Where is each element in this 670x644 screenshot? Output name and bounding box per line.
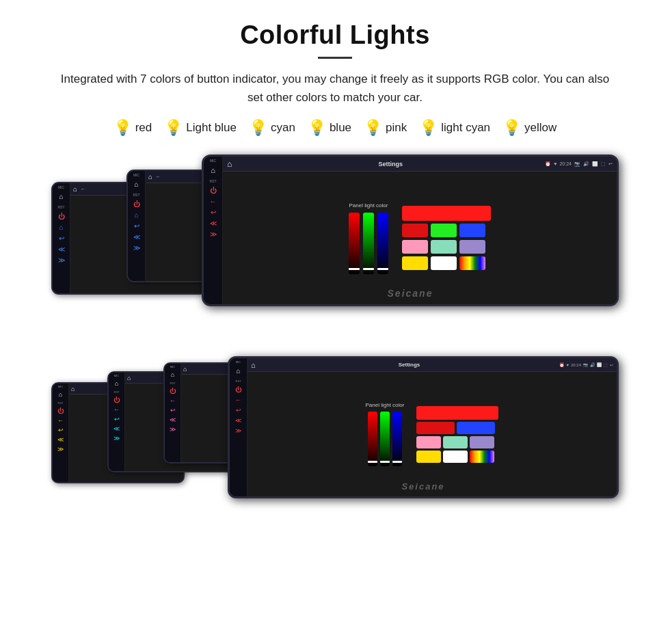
lightblue-bulb-icon: 💡	[164, 120, 183, 135]
top-device-settings-title: Settings	[236, 161, 545, 167]
cyan-bulb-icon: 💡	[249, 120, 267, 135]
color-label-red: red	[135, 121, 152, 135]
page-container: Colorful Lights Integrated with 7 colors…	[0, 0, 670, 544]
color-label-pink: pink	[386, 121, 407, 135]
panel-light-label-2: Panel light color	[366, 402, 405, 408]
color-label-yellow: yellow	[524, 121, 557, 135]
devices-section: MIC ⌂ RST ⏻ ⌂ ↩ ≪ ≫ ⌂ ←	[27, 155, 643, 517]
panel-light-label: Panel light color	[349, 202, 388, 209]
color-list: 💡 red 💡 Light blue 💡 cyan 💡 blue 💡 pink …	[27, 120, 643, 135]
bottom-device-4: MIC ⌂ RST ⏻ ← ↩ ≪ ≫ ⌂ Settings	[228, 356, 619, 498]
yellow-bulb-icon: 💡	[502, 120, 521, 135]
title-section: Colorful Lights Integrated with 7 colors…	[27, 21, 643, 107]
color-item-lightcyan: 💡 light cyan	[419, 120, 490, 135]
bottom-device-settings-title: Settings	[259, 362, 560, 368]
color-label-blue: blue	[330, 121, 351, 135]
red-bulb-icon: 💡	[113, 120, 132, 135]
bottom-devices-row: MIC ⌂ RST ⏻ ← ↩ ≪ ≫ ⌂ Setti...	[51, 356, 619, 517]
color-item-red: 💡 red	[113, 120, 152, 135]
top-device-3: MIC ⌂ RST ⏻ ← ↩ ≪ ≫ ⌂ Settings	[202, 155, 619, 306]
color-label-cyan: cyan	[271, 121, 295, 135]
top-devices-row: MIC ⌂ RST ⏻ ⌂ ↩ ≪ ≫ ⌂ ←	[51, 155, 619, 329]
color-label-lightblue: Light blue	[186, 121, 237, 135]
color-item-blue: 💡 blue	[308, 120, 351, 135]
color-item-pink: 💡 pink	[364, 120, 407, 135]
color-item-lightblue: 💡 Light blue	[164, 120, 237, 135]
blue-bulb-icon: 💡	[308, 120, 326, 135]
color-item-cyan: 💡 cyan	[249, 120, 295, 135]
color-label-lightcyan: light cyan	[441, 121, 490, 135]
color-item-yellow: 💡 yellow	[502, 120, 557, 135]
description-text: Integrated with 7 colors of button indic…	[55, 70, 615, 107]
page-title: Colorful Lights	[27, 21, 643, 50]
title-divider	[318, 57, 352, 59]
pink-bulb-icon: 💡	[364, 120, 382, 135]
lightcyan-bulb-icon: 💡	[419, 120, 438, 135]
